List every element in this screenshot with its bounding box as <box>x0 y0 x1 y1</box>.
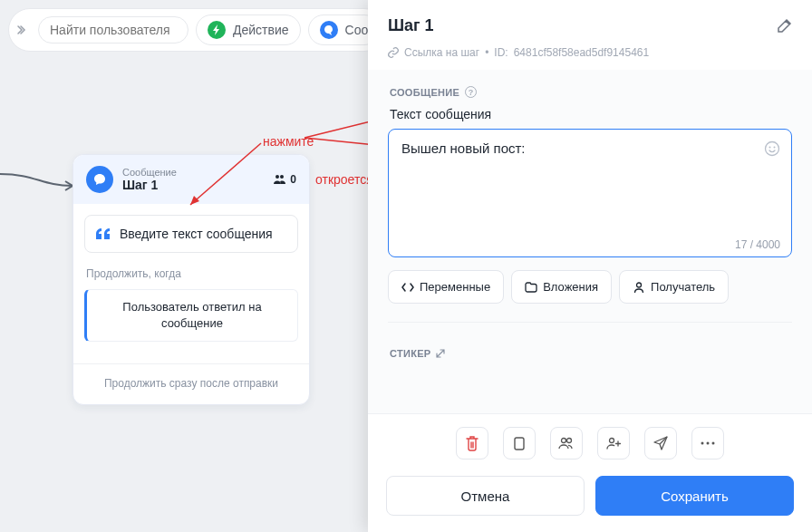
section-message-header: СООБЩЕНИЕ ? <box>390 86 790 98</box>
bolt-icon <box>208 21 226 39</box>
copy-button[interactable] <box>503 427 536 459</box>
link-icon <box>388 47 399 58</box>
chat-icon <box>320 21 338 39</box>
emoji-icon[interactable] <box>764 140 780 157</box>
continue-label: Продолжить, когда <box>86 267 296 280</box>
continue-immediate[interactable]: Продолжить сразу после отправки <box>73 363 309 404</box>
message-textarea[interactable] <box>401 140 757 231</box>
panel-subheader: Ссылка на шаг • ID: 6481cf58f58ead5df914… <box>368 46 812 70</box>
continue-option[interactable]: Пользователь ответил на сообщение <box>84 289 298 342</box>
svg-point-12 <box>707 442 710 445</box>
svg-point-8 <box>562 439 566 443</box>
save-button[interactable]: Сохранить <box>595 476 794 516</box>
help-icon[interactable]: ? <box>465 86 477 98</box>
svg-point-3 <box>766 142 779 156</box>
svg-rect-7 <box>515 438 524 450</box>
user-icon <box>633 281 645 294</box>
recipient-button[interactable]: Получатель <box>619 270 729 304</box>
message-textarea-wrap: 17 / 4000 <box>388 129 792 257</box>
svg-point-9 <box>567 439 572 443</box>
chat-icon <box>86 166 113 193</box>
edit-panel: Шаг 1 Ссылка на шаг • ID: 6481cf58f58ead… <box>368 0 812 532</box>
action-pill[interactable]: Действие <box>196 15 301 45</box>
svg-line-0 <box>190 143 261 205</box>
svg-point-5 <box>774 147 776 149</box>
send-button[interactable] <box>644 427 677 459</box>
svg-point-11 <box>701 442 704 445</box>
attachments-button[interactable]: Вложения <box>511 270 612 304</box>
step-id: 6481cf58f58ead5df9145461 <box>514 46 649 59</box>
action-label: Действие <box>233 23 289 37</box>
more-button[interactable] <box>691 427 724 459</box>
message-text-label: Текст сообщения <box>390 107 790 121</box>
edit-title-icon[interactable] <box>776 18 792 34</box>
svg-point-10 <box>610 439 614 443</box>
expand-icon <box>436 349 445 358</box>
users-button[interactable] <box>550 427 583 459</box>
quote-icon <box>96 228 111 239</box>
delete-button[interactable] <box>456 427 488 459</box>
svg-point-4 <box>769 147 771 149</box>
char-counter: 17 / 4000 <box>735 238 780 251</box>
search-user-pill[interactable] <box>38 16 188 44</box>
section-sticker-header[interactable]: СТИКЕР <box>390 348 790 359</box>
action-icon-bar <box>368 413 812 467</box>
panel-title: Шаг 1 <box>388 16 434 35</box>
annotation-arrow-left <box>163 143 308 225</box>
svg-point-6 <box>637 283 642 287</box>
svg-point-13 <box>712 442 715 445</box>
expand-icon[interactable] <box>11 24 31 35</box>
flow-edge <box>0 163 72 199</box>
search-input[interactable] <box>50 23 177 37</box>
add-user-button[interactable] <box>597 427 630 459</box>
folder-icon <box>525 282 537 293</box>
code-icon <box>401 281 414 294</box>
variables-button[interactable]: Переменные <box>388 270 504 304</box>
top-toolbar: Действие Сооб <box>8 8 386 52</box>
cancel-button[interactable]: Отмена <box>386 476 585 516</box>
